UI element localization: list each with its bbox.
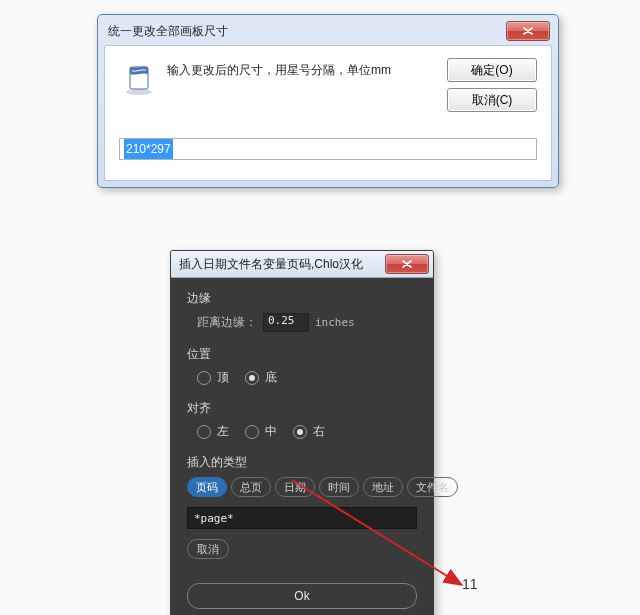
dialog-message: 输入更改后的尺寸，用星号分隔，单位mm [167, 58, 447, 79]
page-number: 11 [462, 576, 478, 592]
resize-artboards-dialog: 统一更改全部画板尺寸 输入更改后的尺寸，用星号分隔，单位mm 确定(O) 取消(… [97, 14, 559, 188]
titlebar[interactable]: 插入日期文件名变量页码,Chlo汉化 [171, 251, 433, 278]
code-input[interactable]: *page* [187, 507, 417, 529]
insert-type-pill[interactable]: 地址 [363, 477, 403, 497]
insert-type-pill[interactable]: 总页 [231, 477, 271, 497]
dialog-title: 插入日期文件名变量页码,Chlo汉化 [179, 256, 385, 273]
insert-type-pill[interactable]: 日期 [275, 477, 315, 497]
ok-button[interactable]: 确定(O) [447, 58, 537, 82]
margin-unit: inches [315, 316, 355, 329]
dialog-title: 统一更改全部画板尺寸 [108, 23, 506, 40]
document-icon [121, 60, 157, 96]
insert-type-pill[interactable]: 时间 [319, 477, 359, 497]
align-radio-label: 左 [217, 423, 229, 440]
margin-label: 距离边缘： [197, 314, 257, 331]
dialog-body: 输入更改后的尺寸，用星号分隔，单位mm 确定(O) 取消(C) 210*297 [104, 45, 552, 181]
position-group: 位置 顶底 [187, 346, 417, 386]
titlebar[interactable]: 统一更改全部画板尺寸 [104, 21, 552, 45]
insert-type-group: 插入的类型 页码总页日期时间地址文件名 *page* 取消 [187, 454, 417, 559]
margin-group: 边缘 距离边缘： 0.25 inches [187, 290, 417, 332]
close-icon [402, 260, 412, 268]
insert-type-pill[interactable]: 页码 [187, 477, 227, 497]
align-radio-label: 右 [313, 423, 325, 440]
position-radio-label: 顶 [217, 369, 229, 386]
align-group: 对齐 左中右 [187, 400, 417, 440]
close-button[interactable] [385, 254, 429, 274]
dialog-body: 边缘 距离边缘： 0.25 inches 位置 顶底 对齐 左中右 插入的类型 … [171, 278, 433, 615]
ok-button[interactable]: Ok [187, 583, 417, 609]
size-input[interactable]: 210*297 [119, 138, 537, 160]
group-label: 位置 [187, 346, 417, 363]
close-icon [523, 27, 533, 35]
align-radio[interactable] [197, 425, 211, 439]
size-input-value: 210*297 [124, 139, 173, 159]
cancel-button[interactable]: 取消(C) [447, 88, 537, 112]
align-radio[interactable] [293, 425, 307, 439]
insert-type-pill[interactable]: 文件名 [407, 477, 458, 497]
svg-point-0 [126, 89, 152, 95]
close-button[interactable] [506, 21, 550, 41]
cancel-button[interactable]: 取消 [187, 539, 229, 559]
insert-variable-dialog: 插入日期文件名变量页码,Chlo汉化 边缘 距离边缘： 0.25 inches … [170, 250, 434, 615]
align-radio-label: 中 [265, 423, 277, 440]
group-label: 边缘 [187, 290, 417, 307]
margin-input[interactable]: 0.25 [263, 313, 309, 332]
group-label: 插入的类型 [187, 454, 417, 471]
position-radio[interactable] [197, 371, 211, 385]
position-radio-label: 底 [265, 369, 277, 386]
position-radio[interactable] [245, 371, 259, 385]
group-label: 对齐 [187, 400, 417, 417]
align-radio[interactable] [245, 425, 259, 439]
